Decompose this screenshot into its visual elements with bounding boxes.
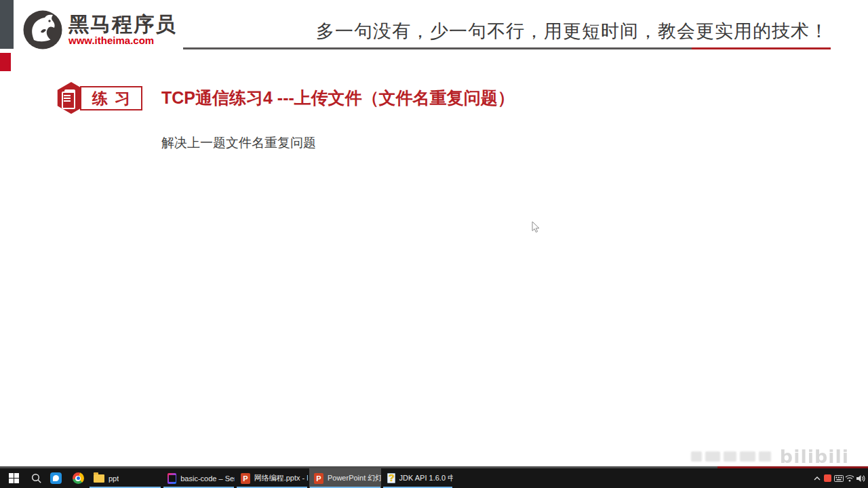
taskbar-app-label: JDK API 1.6.0 中... bbox=[399, 473, 453, 483]
red-app-icon bbox=[824, 474, 831, 482]
watermark-smudge bbox=[691, 451, 702, 462]
system-tray bbox=[811, 468, 865, 488]
practice-badge-label: 练习 bbox=[80, 86, 142, 110]
taskbar-app-label: basic-code – Serv... bbox=[180, 474, 235, 483]
mouse-cursor bbox=[532, 221, 540, 233]
powerpoint-icon: P bbox=[314, 473, 323, 484]
bilibili-logo-text: bilibili bbox=[780, 446, 849, 467]
itheima-logo: 黑马程序员 www.itheima.com bbox=[22, 9, 177, 50]
tray-volume-button[interactable] bbox=[855, 468, 865, 488]
chrome-button[interactable] bbox=[67, 468, 89, 488]
slide-tagline: 多一句没有，少一句不行，用更短时间，教会更实用的技术！ bbox=[313, 19, 829, 43]
taskbar-app-label: PowerPoint 幻灯... bbox=[328, 473, 381, 483]
wifi-icon bbox=[845, 474, 854, 482]
left-accent-red-strip bbox=[0, 53, 11, 71]
left-accent-gray-strip bbox=[0, 0, 14, 49]
bilibili-watermark: bilibili bbox=[691, 446, 849, 466]
folder-icon bbox=[94, 474, 104, 483]
header-divider bbox=[183, 47, 831, 49]
logo-title: 黑马程序员 bbox=[68, 14, 177, 35]
tray-expand-button[interactable] bbox=[812, 468, 822, 488]
slide-title: TCP通信练习4 ---上传文件（文件名重复问题） bbox=[161, 87, 515, 109]
document-icon bbox=[64, 89, 75, 104]
tray-red-app-button[interactable] bbox=[823, 468, 833, 488]
watermark-smudge bbox=[740, 451, 755, 462]
screen: 黑马程序员 www.itheima.com 多一句没有，少一句不行，用更短时间，… bbox=[0, 0, 868, 488]
search-icon bbox=[31, 473, 42, 484]
tray-network-button[interactable] bbox=[844, 468, 854, 488]
volume-icon bbox=[856, 474, 865, 483]
keyboard-icon bbox=[834, 475, 844, 482]
taskbar-app-powerpoint-slideshow[interactable]: P PowerPoint 幻灯... bbox=[309, 468, 381, 488]
chevron-up-icon bbox=[814, 476, 821, 481]
chrome-icon bbox=[73, 472, 84, 484]
watermark-smudge bbox=[759, 451, 771, 462]
windows-start-icon bbox=[9, 473, 19, 483]
logo-url: www.itheima.com bbox=[68, 35, 177, 46]
taskbar-app-basic-code[interactable]: basic-code – Serv... bbox=[163, 468, 235, 488]
taskbar-app-label: ppt bbox=[108, 474, 119, 483]
powerpoint-icon: P bbox=[241, 473, 250, 484]
tray-keyboard-button[interactable] bbox=[833, 468, 844, 488]
start-button[interactable] bbox=[3, 468, 24, 488]
taskbar: ppt basic-code – Serv... P 网络编程.pptx - P… bbox=[0, 468, 868, 488]
watermark-smudge bbox=[724, 451, 736, 462]
chat-app-icon bbox=[50, 472, 62, 484]
chm-help-icon bbox=[387, 473, 395, 483]
horse-logo-icon bbox=[22, 9, 63, 50]
chat-app-button[interactable] bbox=[45, 468, 66, 488]
taskbar-app-pptx[interactable]: P 网络编程.pptx - P... bbox=[236, 468, 308, 488]
slide-body-text: 解决上一题文件名重复问题 bbox=[161, 134, 316, 152]
watermark-smudge bbox=[705, 451, 720, 462]
taskbar-app-jdk-api[interactable]: JDK API 1.6.0 中... bbox=[382, 468, 453, 488]
intellij-idea-icon bbox=[167, 473, 176, 484]
taskbar-app-ppt-folder[interactable]: ppt bbox=[89, 468, 161, 488]
taskbar-app-label: 网络编程.pptx - P... bbox=[254, 473, 308, 483]
